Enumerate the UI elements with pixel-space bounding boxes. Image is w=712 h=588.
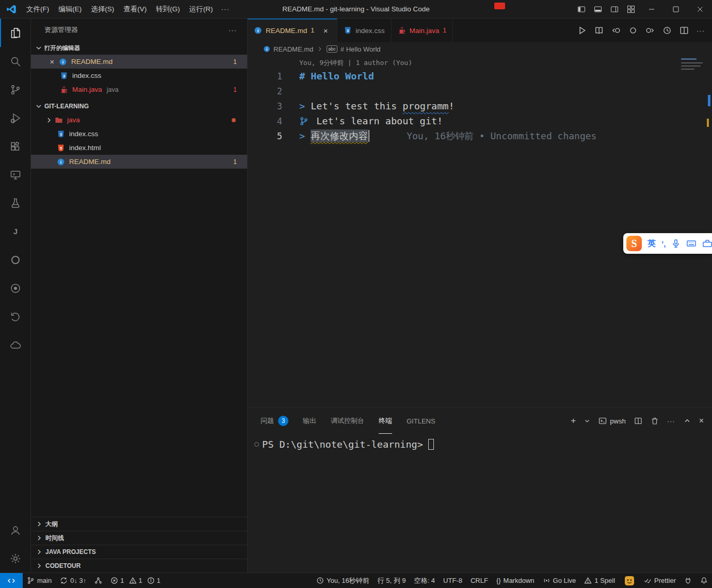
sync-indicator[interactable]: 0↓ 3↑ [56, 573, 90, 588]
close-panel-icon[interactable]: × [699, 416, 704, 426]
encoding-status[interactable]: UTF-8 [439, 573, 466, 588]
code-line-5[interactable]: 5 >再次修改内容You, 16秒钟前 • Uncommitted change… [248, 128, 676, 143]
code-line-2[interactable]: 2 [248, 84, 676, 99]
activity-java-projects[interactable]: J [0, 217, 30, 246]
tab-readme[interactable]: i README.md 1 × [248, 19, 337, 42]
code-line-3[interactable]: 3 >Let's test this programm! [248, 99, 676, 113]
split-terminal-icon[interactable] [634, 417, 642, 425]
plug-status-button[interactable] [680, 573, 696, 588]
toggle-secondary-sidebar-icon[interactable] [606, 0, 623, 19]
section-codetour[interactable]: CODETOUR [31, 559, 247, 573]
activity-gitlens[interactable] [0, 302, 30, 331]
code-editor[interactable]: You, 9分钟前 | 1 author (You) 1 # Hello Wor… [248, 56, 712, 407]
new-terminal-button[interactable]: + [571, 417, 576, 425]
tree-item-java-folder[interactable]: java [31, 113, 247, 127]
virtual-keyboard-icon[interactable] [686, 238, 697, 249]
breadcrumb-symbol[interactable]: # Hello World [341, 45, 381, 53]
tab-indexcss[interactable]: 3 index.css [337, 19, 391, 42]
activity-testing[interactable] [0, 189, 30, 217]
activity-source-control[interactable] [0, 75, 30, 104]
menu-go[interactable]: 转到(G) [151, 3, 185, 16]
breadcrumb-file[interactable]: README.md [273, 45, 313, 53]
cursor-position-status[interactable]: 行 5, 列 9 [374, 573, 410, 588]
code-line-4[interactable]: 4 Let's learn about git! [248, 113, 676, 128]
microphone-icon[interactable] [671, 239, 681, 248]
tab-mainjava[interactable]: Main.java 1 [392, 19, 454, 42]
activity-explorer[interactable] [0, 19, 30, 47]
explorer-more-actions[interactable]: ··· [225, 25, 240, 35]
panel-tab-gitlens[interactable]: GITLENS [407, 408, 435, 434]
customize-layout-icon[interactable] [623, 0, 639, 19]
ime-punctuation-toggle[interactable]: ’, [661, 239, 666, 248]
activity-accounts[interactable] [0, 516, 30, 544]
close-editor-icon[interactable]: × [47, 57, 57, 66]
minimize-button[interactable] [639, 0, 664, 19]
problems-indicator[interactable]: 1 1 1 [106, 573, 167, 588]
command-decoration-icon[interactable] [254, 442, 259, 447]
commit-graph-button[interactable] [90, 573, 106, 588]
notifications-bell-button[interactable] [696, 573, 712, 588]
terminal-dropdown-icon[interactable] [584, 418, 590, 424]
language-mode-status[interactable]: {} Markdown [492, 573, 539, 588]
activity-codetour[interactable] [0, 274, 30, 302]
file-history-icon[interactable] [662, 26, 672, 35]
activity-gradle[interactable] [0, 246, 30, 274]
tree-item-readme[interactable]: i README.md 1 [31, 155, 247, 169]
split-editor-icon[interactable] [679, 26, 689, 35]
section-java-projects[interactable]: JAVA PROJECTS [31, 545, 247, 559]
menu-selection[interactable]: 选择(S) [86, 3, 119, 16]
open-editor-readme[interactable]: × i README.md 1 [31, 55, 247, 69]
minimap[interactable] [679, 56, 704, 407]
panel-tab-problems[interactable]: 问题 3 [261, 408, 288, 434]
section-outline[interactable]: 大纲 [31, 517, 247, 531]
activity-remote-explorer[interactable] [0, 160, 30, 189]
workspace-root-header[interactable]: GIT-LEARNING [31, 100, 247, 113]
terminal-instance[interactable]: pwsh [598, 417, 625, 425]
maximize-panel-icon[interactable] [684, 417, 691, 424]
activity-settings[interactable] [0, 544, 30, 573]
sogou-logo-icon[interactable]: S [626, 236, 642, 251]
panel-tab-output[interactable]: 输出 [303, 408, 316, 434]
ai-assistant-button[interactable] [619, 573, 640, 588]
maximize-button[interactable] [664, 0, 688, 19]
spell-checker-status[interactable]: 1 Spell [580, 573, 619, 588]
menu-overflow-button[interactable]: ··· [218, 3, 234, 16]
eol-status[interactable]: CRLF [466, 573, 492, 588]
activity-search[interactable] [0, 47, 30, 75]
panel-more-actions-icon[interactable]: ··· [667, 417, 675, 425]
ime-language-mode[interactable]: 英 [648, 238, 656, 249]
prettier-status[interactable]: Prettier [640, 573, 680, 588]
tree-item-indexhtml[interactable]: 5 index.html [31, 141, 247, 155]
run-button[interactable] [577, 26, 587, 35]
menu-edit[interactable]: 编辑(E) [54, 3, 86, 16]
code-line-1[interactable]: 1 # Hello World [248, 69, 676, 84]
toggle-sidebar-icon[interactable] [573, 0, 590, 19]
indentation-status[interactable]: 空格: 4 [410, 573, 439, 588]
terminal[interactable]: PS D:\git\note\git-learning> [248, 434, 712, 573]
menu-run[interactable]: 运行(R) [185, 3, 218, 16]
remote-indicator[interactable] [0, 573, 23, 588]
menu-file[interactable]: 文件(F) [22, 3, 54, 16]
open-editors-header[interactable]: 打开的编辑器 [31, 41, 247, 55]
open-editor-mainjava[interactable]: Main.java java 1 [31, 83, 247, 96]
tree-item-indexcss[interactable]: 3 index.css [31, 127, 247, 141]
panel-tab-terminal[interactable]: 终端 [379, 408, 392, 434]
compare-changes-icon[interactable] [628, 26, 638, 35]
menu-view[interactable]: 查看(V) [119, 3, 151, 16]
activity-extensions[interactable] [0, 132, 30, 160]
close-tab-icon[interactable]: × [320, 25, 331, 36]
gitlens-blame-status[interactable]: You, 16秒钟前 [312, 573, 374, 588]
open-preview-icon[interactable] [594, 26, 604, 35]
prev-change-icon[interactable] [611, 26, 621, 35]
go-live-button[interactable]: Go Live [539, 573, 580, 588]
section-timeline[interactable]: 时间线 [31, 531, 247, 545]
kill-terminal-icon[interactable] [651, 417, 659, 425]
open-editor-indexcss[interactable]: 3 index.css [31, 69, 247, 83]
next-change-icon[interactable] [645, 26, 655, 35]
toggle-panel-icon[interactable] [590, 0, 606, 19]
panel-tab-debug-console[interactable]: 调试控制台 [331, 408, 364, 434]
activity-run-debug[interactable] [0, 104, 30, 132]
close-window-button[interactable] [688, 0, 712, 19]
more-actions-icon[interactable]: ··· [697, 27, 705, 35]
toolbox-icon[interactable] [702, 238, 712, 249]
